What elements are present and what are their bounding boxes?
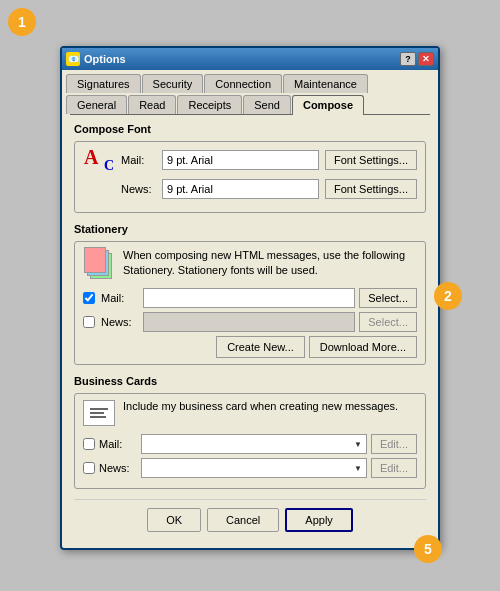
download-more-button[interactable]: Download More... (309, 336, 417, 358)
stationery-mail-row: Mail: Select... (83, 288, 417, 308)
stationery-group: Stationery When composing new HTML messa… (74, 223, 426, 365)
stationery-mail-checkbox[interactable] (83, 292, 95, 304)
dialog-icon: 📧 (66, 52, 80, 66)
news-font-value: 9 pt. Arial (162, 179, 319, 199)
font-news-row: News: 9 pt. Arial Font Settings... (83, 177, 417, 201)
tab-connection[interactable]: Connection (204, 74, 282, 93)
news-font-label: News: (121, 183, 156, 195)
mail-font-label: Mail: (121, 154, 156, 166)
business-cards-box: Include my business card when creating n… (74, 393, 426, 489)
biz-mail-row: Mail: ▼ Edit... (83, 434, 417, 454)
business-cards-label: Business Cards (74, 375, 426, 387)
stationery-box: When composing new HTML messages, use th… (74, 241, 426, 365)
font-mail-row: A C Mail: 9 pt. Arial Font Settings... (83, 148, 417, 172)
cancel-button[interactable]: Cancel (207, 508, 279, 532)
business-cards-group: Business Cards Include my business card … (74, 375, 426, 489)
font-ac-icon: A C (83, 148, 115, 172)
biz-news-dropdown-arrow: ▼ (354, 464, 362, 473)
options-dialog: 📧 Options ? ✕ Signatures Security Connec… (60, 46, 440, 550)
tab-compose[interactable]: Compose (292, 95, 364, 115)
biz-news-edit-button: Edit... (371, 458, 417, 478)
stationery-stack-icon (83, 248, 115, 280)
biz-mail-label: Mail: (99, 438, 137, 450)
tabs-row-1: Signatures Security Connection Maintenan… (66, 74, 434, 93)
title-bar-left: 📧 Options (66, 52, 126, 66)
title-bar: 📧 Options ? ✕ (62, 48, 438, 70)
compose-font-group: Compose Font A C Mail: 9 pt. Arial Font … (74, 123, 426, 213)
stationery-news-field (143, 312, 355, 332)
close-button[interactable]: ✕ (418, 52, 434, 66)
create-new-button[interactable]: Create New... (216, 336, 305, 358)
bottom-bar: OK Cancel Apply (74, 499, 426, 540)
stationery-buttons: Create New... Download More... (83, 336, 417, 358)
biz-top: Include my business card when creating n… (83, 400, 417, 426)
circle-1: 1 (8, 8, 36, 36)
news-font-settings-button[interactable]: Font Settings... (325, 179, 417, 199)
biz-mail-dropdown-arrow: ▼ (354, 440, 362, 449)
biz-card-icon (83, 400, 115, 426)
circle-2: 2 (434, 282, 462, 310)
tab-send[interactable]: Send (243, 95, 291, 114)
tab-security[interactable]: Security (142, 74, 204, 93)
stationery-news-select-button: Select... (359, 312, 417, 332)
tab-receipts[interactable]: Receipts (177, 95, 242, 114)
circle-5: 5 (414, 535, 442, 563)
biz-description: Include my business card when creating n… (123, 400, 417, 412)
compose-font-label: Compose Font (74, 123, 426, 135)
stationery-top: When composing new HTML messages, use th… (83, 248, 417, 280)
biz-news-checkbox[interactable] (83, 462, 95, 474)
biz-news-label: News: (99, 462, 137, 474)
tab-read[interactable]: Read (128, 95, 176, 114)
biz-mail-edit-button: Edit... (371, 434, 417, 454)
mail-font-value: 9 pt. Arial (162, 150, 319, 170)
biz-news-row: News: ▼ Edit... (83, 458, 417, 478)
stationery-news-checkbox[interactable] (83, 316, 95, 328)
mail-font-settings-button[interactable]: Font Settings... (325, 150, 417, 170)
stationery-label: Stationery (74, 223, 426, 235)
biz-news-dropdown[interactable]: ▼ (141, 458, 367, 478)
apply-button[interactable]: Apply (285, 508, 353, 532)
stationery-mail-field[interactable] (143, 288, 355, 308)
tabs-outer-1: Signatures Security Connection Maintenan… (62, 70, 438, 93)
compose-font-box: A C Mail: 9 pt. Arial Font Settings... N… (74, 141, 426, 213)
ok-button[interactable]: OK (147, 508, 201, 532)
dialog-title: Options (84, 53, 126, 65)
font-news-icon (83, 177, 115, 201)
help-button[interactable]: ? (400, 52, 416, 66)
biz-mail-dropdown[interactable]: ▼ (141, 434, 367, 454)
stationery-news-row: News: Select... (83, 312, 417, 332)
tab-general[interactable]: General (66, 95, 127, 114)
tab-signatures[interactable]: Signatures (66, 74, 141, 93)
dialog-content: Compose Font A C Mail: 9 pt. Arial Font … (62, 115, 438, 548)
tabs-outer-2: General Read Receipts Send Compose (62, 93, 438, 115)
stationery-mail-label: Mail: (101, 292, 139, 304)
tab-maintenance[interactable]: Maintenance (283, 74, 368, 93)
biz-mail-checkbox[interactable] (83, 438, 95, 450)
stationery-description: When composing new HTML messages, use th… (123, 248, 417, 279)
title-controls: ? ✕ (400, 52, 434, 66)
stationery-news-label: News: (101, 316, 139, 328)
tabs-row-2: General Read Receipts Send Compose (66, 95, 434, 114)
stationery-mail-select-button[interactable]: Select... (359, 288, 417, 308)
